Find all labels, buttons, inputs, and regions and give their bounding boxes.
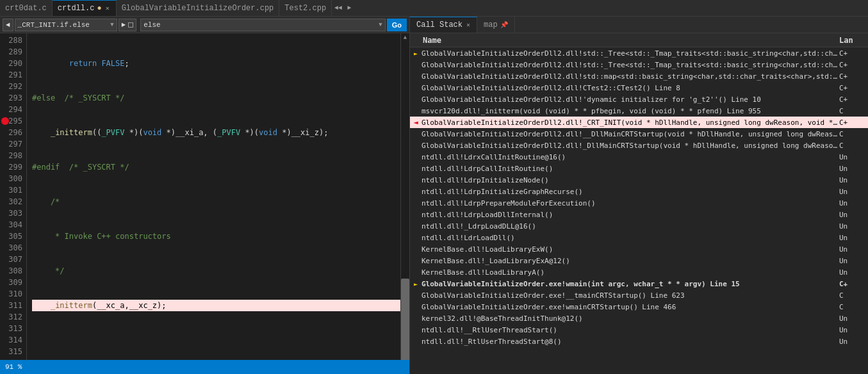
cs-name-17: KernelBase.dll!LoadLibraryExW()	[422, 245, 839, 254]
callstack-tab-callstack[interactable]: Call Stack ✕	[410, 17, 477, 33]
gutter-313: 313	[0, 323, 26, 334]
go-button[interactable]: Go	[387, 19, 407, 31]
nav-back-button[interactable]: ◄	[3, 19, 13, 31]
callstack-list[interactable]: ► GlobalVariableInitializeOrderDll2.dll!…	[410, 47, 868, 374]
cs-lang-1: C+	[839, 61, 868, 69]
cs-lang-21: C	[839, 291, 868, 300]
gutter-289: 289	[0, 46, 26, 58]
tab-crtdll[interactable]: crtdll.c ● ✕	[53, 0, 117, 16]
cs-name-19: KernelBase.dll!LoadLibraryA()	[422, 268, 839, 277]
breakpoint-dot-295	[1, 117, 9, 125]
cs-row-8[interactable]: GlobalVariableInitializeOrderDll2.dll!_D…	[410, 140, 868, 151]
gutter-309: 309	[0, 277, 26, 288]
cs-row-19[interactable]: KernelBase.dll!LoadLibraryA() Un	[410, 266, 868, 278]
cs-name-22: GlobalVariableInitializeOrder.exe!wmainC…	[422, 303, 839, 311]
cs-row-18[interactable]: KernelBase.dll!_LoadLibraryExA@12() Un	[410, 255, 868, 266]
cs-lang-25: Un	[839, 337, 868, 346]
callstack-tab-callstack-label: Call Stack	[416, 20, 463, 29]
cs-row-6[interactable]: ◄ GlobalVariableInitializeOrderDll2.dll!…	[410, 117, 868, 128]
callstack-tab-map[interactable]: map 📌	[477, 17, 515, 33]
cs-name-8: GlobalVariableInitializeOrderDll2.dll!_D…	[422, 142, 839, 150]
zoom-level: 91 %	[5, 363, 22, 371]
gutter-296: 296	[0, 127, 26, 138]
cs-row-11[interactable]: ntdll.dll!LdrpInitializeNode() Un	[410, 174, 868, 186]
cs-row-17[interactable]: KernelBase.dll!LoadLibraryExW() Un	[410, 243, 868, 255]
cs-row-12[interactable]: ntdll.dll!LdrpInitializeGraphRecurse() U…	[410, 186, 868, 197]
cs-name-5: msvcr120d.dll!_initterm(void (void) * * …	[422, 107, 839, 115]
cs-name-11: ntdll.dll!LdrpInitializeNode()	[422, 176, 839, 184]
scroll-thumb[interactable]	[401, 279, 409, 360]
cs-row-16[interactable]: ntdll.dll!LdrLoadDll() Un	[410, 232, 868, 243]
cs-arrow-6: ◄	[410, 118, 422, 127]
cs-row-21[interactable]: GlobalVariableInitializeOrder.exe!__tmai…	[410, 289, 868, 301]
cs-row-20[interactable]: ► GlobalVariableInitializeOrder.exe!wmai…	[410, 278, 868, 289]
tab-global[interactable]: GlobalVariableInitializeOrder.cpp	[117, 0, 280, 16]
cs-name-25: ntdll.dll!_RtlUserThreadStart@8()	[422, 337, 839, 346]
scroll-indicator[interactable]: ▲ ▼	[400, 33, 409, 360]
main-layout: ◄ _CRT_INIT.if.else ▼ ► else ▼ Go	[0, 17, 868, 374]
cs-row-9[interactable]: ntdll.dll!LdrxCallInitRoutine@16() Un	[410, 151, 868, 163]
cs-name-6: GlobalVariableInitializeOrderDll2.dll!_C…	[422, 118, 839, 127]
gutter-310: 310	[0, 288, 26, 300]
cs-row-15[interactable]: ntdll.dll!_LdrpLoadDLL@16() Un	[410, 220, 868, 232]
callstack-tab-callstack-close[interactable]: ✕	[466, 21, 470, 29]
callstack-tab-bar: Call Stack ✕ map 📌	[410, 17, 868, 33]
cs-name-0: GlobalVariableInitializeOrderDll2.dll!st…	[422, 49, 839, 58]
code-editor-area[interactable]: 288 289 290 291 292 293 294 295 296 297	[0, 33, 409, 360]
function-dropdown[interactable]: else ▼	[140, 19, 386, 31]
cs-lang-3: C+	[839, 84, 868, 92]
cs-row-13[interactable]: ntdll.dll!LdrpPrepareModuleForExecution(…	[410, 197, 868, 209]
cs-row-1[interactable]: GlobalVariableInitializeOrderDll2.dll!st…	[410, 59, 868, 70]
gutter-291: 291	[0, 69, 26, 81]
cs-row-7[interactable]: GlobalVariableInitializeOrderDll2.dll!__…	[410, 128, 868, 140]
cs-name-3: GlobalVariableInitializeOrderDll2.dll!CT…	[422, 84, 839, 92]
cs-lang-7: C	[839, 130, 868, 138]
scope-dropdown[interactable]: _CRT_INIT.if.else ▼	[15, 19, 117, 31]
cs-arrow-20: ►	[410, 280, 422, 288]
cs-name-12: ntdll.dll!LdrpInitializeGraphRecurse()	[422, 188, 839, 196]
tab-crtdll-close[interactable]: ✕	[104, 4, 111, 13]
cs-row-14[interactable]: ntdll.dll!LdrpLoadDllInternal() Un	[410, 209, 868, 220]
gutter-290: 290	[0, 58, 26, 69]
tab-bar: crt0dat.c crtdll.c ● ✕ GlobalVariableIni…	[0, 0, 868, 17]
cs-lang-8: C	[839, 142, 868, 150]
cs-name-18: KernelBase.dll!_LoadLibraryExA@12()	[422, 257, 839, 265]
cs-row-4[interactable]: GlobalVariableInitializeOrderDll2.dll!'d…	[410, 94, 868, 105]
cs-row-24[interactable]: ntdll.dll!__RtlUserThreadStart() Un	[410, 324, 868, 336]
tab-scroll-right[interactable]: ►	[345, 4, 354, 12]
gutter-307: 307	[0, 254, 26, 265]
cs-lang-20: C+	[839, 280, 868, 288]
tab-test2[interactable]: Test2.cpp	[279, 0, 332, 16]
nav-fwd-arrow: ►	[122, 21, 126, 29]
gutter-306: 306	[0, 242, 26, 254]
gutter-294: 294	[0, 104, 26, 115]
scroll-up-button[interactable]: ▲	[401, 33, 409, 42]
cs-row-10[interactable]: ntdll.dll!LdrpCallInitRoutine() Un	[410, 163, 868, 174]
cs-name-13: ntdll.dll!LdrpPrepareModuleForExecution(…	[422, 199, 839, 207]
cs-name-1: GlobalVariableInitializeOrderDll2.dll!st…	[422, 61, 839, 69]
gutter-293: 293	[0, 92, 26, 104]
cs-row-22[interactable]: GlobalVariableInitializeOrder.exe!wmainC…	[410, 301, 868, 313]
gutter-304: 304	[0, 219, 26, 231]
scroll-track[interactable]	[401, 42, 409, 360]
tab-crtdll-modified: ●	[97, 4, 101, 13]
tab-scroll-left[interactable]: ◄◄	[332, 4, 345, 12]
cs-name-20: GlobalVariableInitializeOrder.exe!wmain(…	[422, 280, 839, 288]
cs-name-15: ntdll.dll!_LdrpLoadDLL@16()	[422, 222, 839, 231]
code-line-292: /*	[32, 196, 400, 207]
nav-fwd-button[interactable]: ►	[119, 19, 137, 31]
cs-row-0[interactable]: ► GlobalVariableInitializeOrderDll2.dll!…	[410, 47, 868, 59]
code-body: return FALSE; #else /* _SYSCRT */ _initt…	[27, 33, 400, 360]
cs-row-23[interactable]: kernel32.dll!@BaseThreadInitThunk@12() U…	[410, 313, 868, 324]
cs-row-5[interactable]: msvcr120d.dll!_initterm(void (void) * * …	[410, 105, 868, 117]
tab-crt0dat[interactable]: crt0dat.c	[0, 0, 53, 16]
cs-lang-11: Un	[839, 176, 868, 184]
status-bar: 91 %	[0, 360, 409, 374]
cs-row-2[interactable]: GlobalVariableInitializeOrderDll2.dll!st…	[410, 70, 868, 82]
tab-crtdll-label: crtdll.c	[58, 4, 95, 13]
cs-row-25[interactable]: ntdll.dll!_RtlUserThreadStart@8() Un	[410, 336, 868, 347]
cs-row-3[interactable]: GlobalVariableInitializeOrderDll2.dll!CT…	[410, 82, 868, 94]
scope-value: _CRT_INIT.if.else	[18, 21, 90, 29]
cs-name-7: GlobalVariableInitializeOrderDll2.dll!__…	[422, 130, 839, 138]
cs-lang-24: Un	[839, 326, 868, 334]
